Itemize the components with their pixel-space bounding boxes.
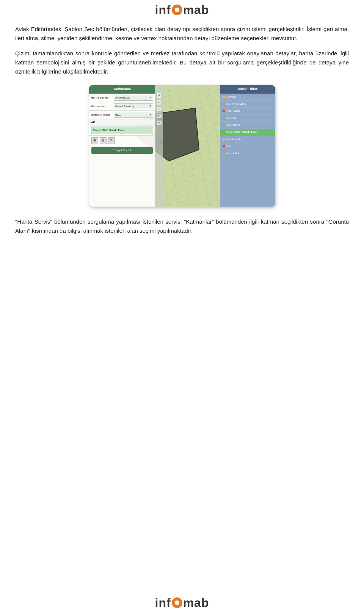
footer-logo-suffix: mab (183, 596, 209, 610)
menu-dot-icon-4 (223, 124, 225, 126)
harita-servis-value[interactable]: Avlaklar(1)... ▼ (114, 95, 153, 101)
menu-item-4[interactable]: İçk Saha 2 (220, 122, 275, 129)
paragraph-2: Çizimi tamamlandıktan sonra kontrole gön… (15, 49, 349, 76)
goruntu-alani-row: Görüntü Alanı BD... ▼ (89, 111, 155, 119)
katmanlar-value[interactable]: Genel Avlak(1)... ▼ (114, 103, 153, 110)
footer-spacer (15, 241, 349, 469)
menu-dot-icon-0 (223, 96, 225, 98)
menu-item-8[interactable]: Özel Avlak (220, 150, 275, 157)
ad-field-label: AD (89, 119, 155, 126)
goruntu-alani-label: Görüntü Alanı (91, 113, 114, 117)
harita-servis-row: Harita Servis Avlaklar(1)... ▼ (89, 94, 155, 102)
header-logo: inf mab (155, 3, 209, 17)
icon-btn-1[interactable]: ⊞ (91, 137, 98, 144)
right-panel-header: Avlak Editor (220, 85, 275, 94)
chevron-icon: ▼ (149, 96, 152, 100)
app-screenshot: ⊕ ↩ ↪ ✂ ✎ Tanimlama Harita Servis Avlakl… (89, 85, 275, 207)
selected-item-box[interactable]: Erçek Gölü Sulak Alanı (91, 127, 153, 134)
sidebar-icon-2[interactable]: ↩ (157, 100, 162, 105)
right-panel: Avlak Editor Şeritçiç İma Yaşak Alan Öze… (220, 85, 275, 207)
icon-row: ⊞ ⊟ ✎ (89, 135, 155, 146)
icon-btn-3[interactable]: ✎ (108, 137, 115, 144)
sidebar-icon-5[interactable]: ✎ (157, 120, 162, 125)
paragraph-3: "Harita Servis" bölümünden sorgulama yap… (15, 217, 349, 235)
left-panel-header: Tanimlama (89, 85, 155, 94)
menu-item-0[interactable]: Şeritçiç (220, 94, 275, 101)
menu-dot-icon-7 (223, 145, 225, 147)
menu-dot-icon-5 (223, 131, 225, 133)
logo-circle-icon (172, 5, 182, 15)
sidebar-icon-1[interactable]: ⊕ (157, 93, 162, 98)
paragraph-1: Avlak Editöründeki Şablon Seç bölümünden… (15, 25, 349, 43)
menu-item-2[interactable]: Özel Avlak (220, 108, 275, 115)
menu-dot-icon-8 (223, 152, 225, 155)
icon-btn-2[interactable]: ⊟ (100, 137, 107, 144)
logo-prefix: inf (155, 3, 171, 17)
menu-item-5[interactable]: Erçek Gölü Sulak Alanı (220, 129, 275, 136)
left-panel: Tanimlama Harita Servis Avlaklar(1)... ▼… (89, 85, 155, 207)
footer-logo: inf mab (155, 588, 209, 616)
menu-dot-icon-1 (223, 103, 225, 105)
menu-item-7[interactable]: İltica (220, 143, 275, 150)
menu-item-3[interactable]: İçk Saha (220, 115, 275, 122)
menu-item-1[interactable]: İma Yaşak Alan (220, 101, 275, 108)
content-area: Avlak Editöründeki Şablon Seç bölümünden… (15, 25, 349, 469)
harita-servis-label: Harita Servis (91, 96, 114, 100)
chevron-icon-2: ▼ (149, 104, 152, 108)
logo-suffix: mab (183, 3, 209, 17)
sidebar-icons: ⊕ ↩ ↪ ✂ ✎ (155, 85, 163, 207)
menu-dot-icon-2 (223, 110, 225, 112)
footer-logo-prefix: inf (155, 596, 171, 610)
menu-dot-icon-6 (223, 138, 225, 141)
katmanlar-label: Katmanlar (91, 104, 114, 109)
chevron-icon-3: ▼ (149, 113, 152, 117)
sidebar-icon-3[interactable]: ↪ (157, 107, 162, 112)
footer-logo-circle-icon (172, 597, 182, 608)
bottom-btn[interactable]: 1 Kayıt Seçildi (91, 147, 153, 154)
katmanlar-row: Katmanlar Genel Avlak(1)... ▼ (89, 102, 155, 111)
menu-item-6[interactable]: Olusluruldi Y... (220, 136, 275, 143)
menu-dot-icon-3 (223, 117, 225, 119)
screenshot-container: ⊕ ↩ ↪ ✂ ✎ Tanimlama Harita Servis Avlakl… (15, 85, 349, 207)
goruntu-alani-value[interactable]: BD... ▼ (114, 112, 153, 118)
sidebar-icon-4[interactable]: ✂ (157, 113, 162, 119)
